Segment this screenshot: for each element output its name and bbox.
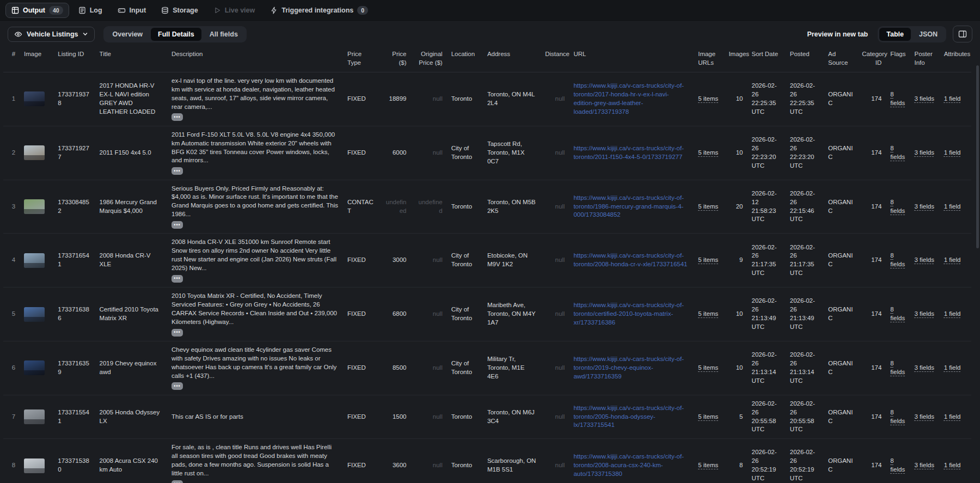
expand-description-button[interactable]: ••• xyxy=(171,329,183,337)
image-urls-cell-expand-chip[interactable]: 5 items xyxy=(698,413,718,420)
column-header-description[interactable]: Description xyxy=(167,46,343,72)
column-header-url[interactable]: URL xyxy=(569,46,694,72)
top-tab-storage[interactable]: Storage xyxy=(155,3,204,17)
column-header-poster_info[interactable]: Poster Info xyxy=(910,46,940,72)
listing-thumbnail[interactable] xyxy=(24,199,45,214)
column-header-posted[interactable]: Posted xyxy=(786,46,824,72)
ad-source-cell: ORGANIC xyxy=(824,439,857,483)
column-header-price[interactable]: Price ($) xyxy=(379,46,411,72)
column-header-sort_date[interactable]: Sort Date xyxy=(748,46,786,72)
top-tab-output[interactable]: Output40 xyxy=(5,3,69,18)
attributes-cell-expand-chip[interactable]: 1 field xyxy=(944,462,961,468)
image-urls-cell-expand-chip[interactable]: 5 items xyxy=(698,462,718,468)
image-urls-cell-expand-chip[interactable]: 5 items xyxy=(698,95,718,102)
top-tab-triggered-integrations[interactable]: Triggered integrations0 xyxy=(264,3,374,18)
poster-info-cell-expand-chip[interactable]: 3 fields xyxy=(915,310,934,317)
flags-cell-expand-chip[interactable]: 8 fields xyxy=(890,91,905,106)
column-header-distance[interactable]: Distance xyxy=(541,46,569,72)
listing-url-link[interactable]: https://www.kijiji.ca/v-cars-trucks/city… xyxy=(573,355,689,381)
attributes-cell-expand-chip[interactable]: 1 field xyxy=(944,310,961,317)
listing-url-link[interactable]: https://www.kijiji.ca/v-cars-trucks/city… xyxy=(573,194,689,220)
top-tab-input[interactable]: Input xyxy=(112,3,152,17)
attributes-cell-expand-chip[interactable]: 1 field xyxy=(944,256,961,263)
format-toggle-json[interactable]: JSON xyxy=(912,28,945,41)
listing-url-link[interactable]: https://www.kijiji.ca/v-cars-trucks/city… xyxy=(573,453,689,479)
column-header-ad_source[interactable]: Ad Source xyxy=(824,46,857,72)
flags-cell-expand-chip[interactable]: 8 fields xyxy=(890,457,905,473)
flags-cell-expand-chip[interactable]: 8 fields xyxy=(890,252,905,267)
expand-description-button[interactable]: ••• xyxy=(171,221,183,229)
attributes-cell: 1 field xyxy=(940,72,971,126)
original-price-cell-value: null xyxy=(433,462,443,468)
flags-cell-expand-chip[interactable]: 8 fields xyxy=(890,199,905,214)
poster-info-cell-expand-chip[interactable]: 3 fields xyxy=(915,203,934,210)
dataset-selector[interactable]: Vehicle Listings xyxy=(8,27,95,42)
attributes-cell-expand-chip[interactable]: 1 field xyxy=(944,95,961,102)
listing-thumbnail[interactable] xyxy=(24,409,45,424)
listing-url-link[interactable]: https://www.kijiji.ca/v-cars-trucks/city… xyxy=(573,144,689,162)
column-header-listing_id[interactable]: Listing ID xyxy=(53,46,95,72)
image-urls-cell-expand-chip[interactable]: 5 items xyxy=(698,364,718,371)
image-urls-cell-expand-chip[interactable]: 5 items xyxy=(698,203,718,210)
column-header-title[interactable]: Title xyxy=(95,46,167,72)
category-id-cell-value: 174 xyxy=(871,364,881,371)
preview-in-new-tab-link[interactable]: Preview in new tab xyxy=(807,30,868,38)
flags-cell-expand-chip[interactable]: 8 fields xyxy=(890,360,905,375)
expand-description-button[interactable]: ••• xyxy=(171,480,183,483)
image-urls-cell: 5 items xyxy=(694,288,724,341)
ad-source-cell-value: ORGANIC xyxy=(828,306,853,321)
image-urls-cell-expand-chip[interactable]: 5 items xyxy=(698,310,718,317)
listing-thumbnail[interactable] xyxy=(24,253,45,268)
listing-id-cell-value: 1733716541 xyxy=(58,252,89,267)
poster-info-cell-expand-chip[interactable]: 3 fields xyxy=(915,462,934,468)
attributes-cell-expand-chip[interactable]: 1 field xyxy=(944,413,961,420)
flags-cell-expand-chip[interactable]: 8 fields xyxy=(890,145,905,160)
listing-thumbnail[interactable] xyxy=(24,307,45,322)
column-header-category_id[interactable]: Category ID xyxy=(857,46,886,72)
column-header-attributes[interactable]: Attributes xyxy=(940,46,971,72)
column-header-image[interactable]: Image xyxy=(20,46,53,72)
attributes-cell-expand-chip[interactable]: 1 field xyxy=(944,203,961,210)
column-header-num[interactable]: # xyxy=(3,46,20,72)
poster-info-cell-expand-chip[interactable]: 3 fields xyxy=(915,256,934,263)
expand-description-button[interactable]: ••• xyxy=(171,167,183,175)
listing-url-link[interactable]: https://www.kijiji.ca/v-cars-trucks/city… xyxy=(573,404,689,430)
listing-thumbnail[interactable] xyxy=(24,458,45,473)
expand-description-button[interactable]: ••• xyxy=(171,382,183,390)
column-header-location[interactable]: Location xyxy=(447,46,483,72)
column-header-images[interactable]: Images xyxy=(724,46,747,72)
poster-info-cell-expand-chip[interactable]: 3 fields xyxy=(915,364,934,371)
column-header-original_price[interactable]: Original Price ($) xyxy=(411,46,446,72)
attributes-cell-expand-chip[interactable]: 1 field xyxy=(944,364,961,371)
image-urls-cell-expand-chip[interactable]: 5 items xyxy=(698,149,718,156)
url-cell: https://www.kijiji.ca/v-cars-trucks/city… xyxy=(569,341,694,395)
listing-url-link[interactable]: https://www.kijiji.ca/v-cars-trucks/city… xyxy=(573,252,689,269)
column-header-address[interactable]: Address xyxy=(483,46,541,72)
listing-thumbnail[interactable] xyxy=(24,145,45,160)
view-tab-all-fields[interactable]: All fields xyxy=(203,28,245,41)
listing-url-link[interactable]: https://www.kijiji.ca/v-cars-trucks/city… xyxy=(573,82,689,116)
column-header-price_type[interactable]: Price Type xyxy=(343,46,379,72)
ad-source-cell-value: ORGANIC xyxy=(828,360,853,375)
column-header-flags[interactable]: Flags xyxy=(886,46,910,72)
attributes-cell-expand-chip[interactable]: 1 field xyxy=(944,149,961,156)
poster-info-cell-expand-chip[interactable]: 3 fields xyxy=(915,413,934,420)
expand-description-button[interactable]: ••• xyxy=(171,113,183,121)
listing-thumbnail[interactable] xyxy=(24,360,45,375)
view-tab-overview[interactable]: Overview xyxy=(105,28,150,41)
column-settings-button[interactable] xyxy=(953,26,972,42)
format-toggle-table[interactable]: Table xyxy=(879,28,911,41)
expand-description-button[interactable]: ••• xyxy=(171,275,183,283)
flags-cell-expand-chip[interactable]: 8 fields xyxy=(890,409,905,424)
view-tab-full-details[interactable]: Full Details xyxy=(151,28,201,41)
poster-info-cell-expand-chip[interactable]: 3 fields xyxy=(915,149,934,156)
poster-info-cell-expand-chip[interactable]: 3 fields xyxy=(915,95,934,102)
listing-thumbnail[interactable] xyxy=(24,91,45,106)
flags-cell-expand-chip[interactable]: 8 fields xyxy=(890,306,905,321)
column-header-image_urls[interactable]: Image URLs xyxy=(694,46,724,72)
listing-url-link[interactable]: https://www.kijiji.ca/v-cars-trucks/city… xyxy=(573,301,689,327)
top-tab-log[interactable]: Log xyxy=(72,3,108,17)
image-urls-cell-expand-chip[interactable]: 5 items xyxy=(698,256,718,263)
url-cell: https://www.kijiji.ca/v-cars-trucks/city… xyxy=(569,439,694,483)
vertical-scrollbar[interactable] xyxy=(976,65,979,248)
